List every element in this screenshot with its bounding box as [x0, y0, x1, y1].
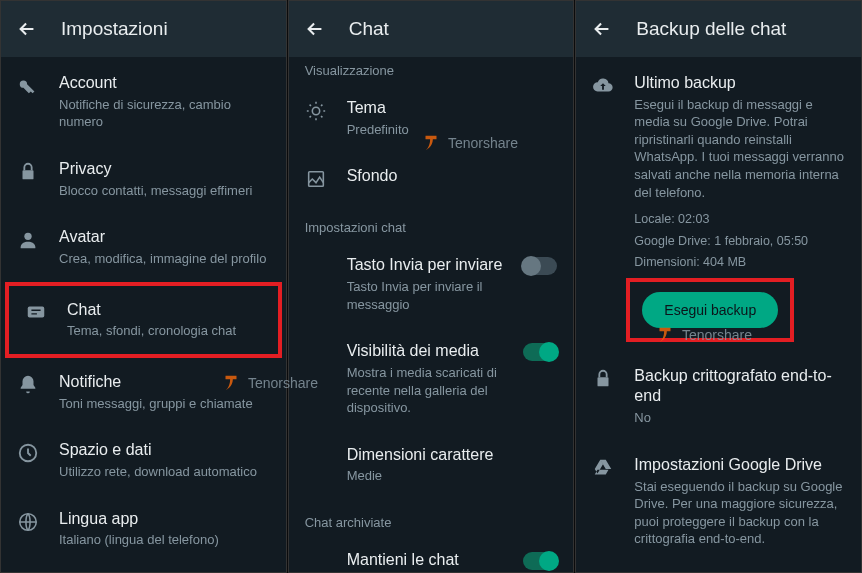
settings-item-storage[interactable]: Spazio e datiUtilizzo rete, download aut… — [1, 426, 286, 494]
media-visibility-switch[interactable] — [523, 343, 557, 361]
backup-e2e[interactable]: Backup crittografato end-to-endNo — [576, 352, 861, 441]
arrow-left-icon — [591, 18, 613, 40]
data-icon — [17, 442, 39, 464]
header: Chat — [289, 1, 574, 57]
page-title: Chat — [349, 18, 389, 40]
cloud-up-icon — [592, 75, 614, 97]
back-button[interactable] — [588, 15, 616, 43]
keep-archived-switch[interactable] — [523, 552, 557, 570]
chat-item-font-size[interactable]: Dimensioni carattereMedie — [289, 431, 574, 499]
section-archived: Chat archiviate — [289, 499, 574, 536]
svg-rect-8 — [598, 377, 609, 386]
arrow-left-icon — [16, 18, 38, 40]
wallpaper-icon — [305, 168, 327, 190]
backup-gdrive-freq[interactable]: Backup su Google DriveSettimanale — [576, 562, 861, 573]
section-visualization: Visualizzazione — [289, 59, 574, 84]
arrow-left-icon — [304, 18, 326, 40]
chat-item-theme[interactable]: TemaPredefinito — [289, 84, 574, 152]
svg-point-1 — [24, 233, 31, 240]
backup-gdrive-settings: Impostazioni Google DriveStai eseguendo … — [576, 441, 861, 562]
avatar-icon — [17, 229, 39, 251]
page-title: Impostazioni — [61, 18, 168, 40]
settings-item-privacy[interactable]: PrivacyBlocco contatti, messaggi effimer… — [1, 145, 286, 213]
backup-size: Dimensioni: 404 MB — [576, 250, 861, 272]
header: Impostazioni — [1, 1, 286, 57]
chat-item-enter-send[interactable]: Tasto Invia per inviareTasto Invia per i… — [289, 241, 574, 327]
settings-item-language[interactable]: Lingua appItaliano (lingua del telefono) — [1, 495, 286, 563]
svg-rect-0 — [23, 170, 34, 179]
backup-panel: Backup delle chat Ultimo backupEsegui il… — [575, 0, 862, 573]
chat-settings-panel: Chat Visualizzazione TemaPredefinito Sfo… — [288, 0, 575, 573]
page-title: Backup delle chat — [636, 18, 786, 40]
settings-item-account[interactable]: AccountNotifiche di sicurezza, cambio nu… — [1, 59, 286, 145]
svg-point-6 — [312, 107, 319, 114]
backup-last: Ultimo backupEsegui il backup di messagg… — [576, 59, 861, 207]
settings-item-notifications[interactable]: NotificheToni messaggi, gruppi e chiamat… — [1, 358, 286, 426]
back-button[interactable] — [301, 15, 329, 43]
chat-item-wallpaper[interactable]: Sfondo — [289, 152, 574, 204]
back-button[interactable] — [13, 15, 41, 43]
lock-icon — [592, 368, 614, 390]
chat-icon — [25, 302, 47, 324]
backup-now-button[interactable]: Esegui backup — [642, 292, 778, 328]
settings-item-help[interactable]: AiutoCentro assistenza, contattaci, info… — [1, 563, 286, 573]
key-icon — [17, 75, 39, 97]
globe-icon — [17, 511, 39, 533]
enter-send-switch[interactable] — [523, 257, 557, 275]
theme-icon — [305, 100, 327, 122]
bell-icon — [17, 374, 39, 396]
svg-rect-2 — [28, 306, 45, 317]
chat-item-media-visibility[interactable]: Visibilità dei mediaMostra i media scari… — [289, 327, 574, 430]
backup-gdrive-date: Google Drive: 1 febbraio, 05:50 — [576, 229, 861, 251]
settings-panel: Impostazioni AccountNotifiche di sicurez… — [0, 0, 287, 573]
header: Backup delle chat — [576, 1, 861, 57]
chat-item-keep-archived[interactable]: Mantieni le chat archiviateLe chat archi… — [289, 536, 574, 573]
settings-item-avatar[interactable]: AvatarCrea, modifica, immagine del profi… — [1, 213, 286, 281]
lock-icon — [17, 161, 39, 183]
section-chat-settings: Impostazioni chat — [289, 204, 574, 241]
gdrive-icon — [592, 457, 614, 479]
settings-item-chat[interactable]: ChatTema, sfondi, cronologia chat — [5, 282, 282, 358]
backup-local: Locale: 02:03 — [576, 207, 861, 229]
